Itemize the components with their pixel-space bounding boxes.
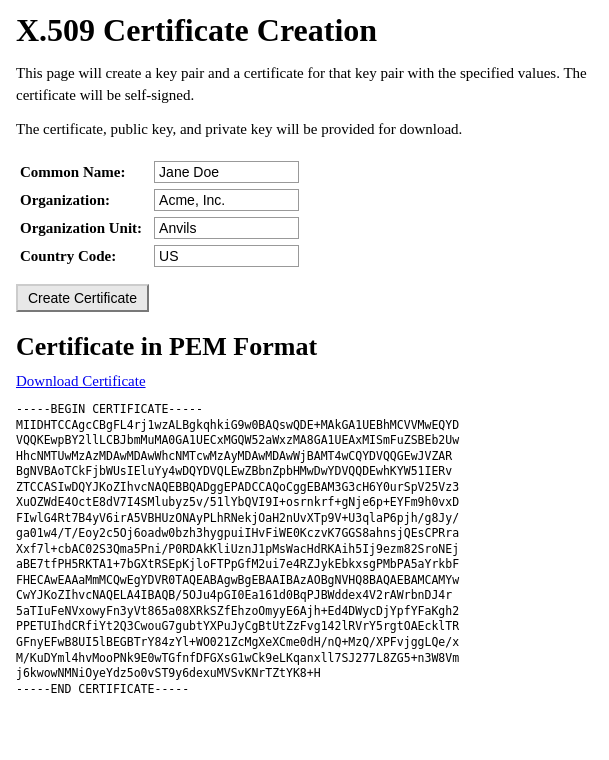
download-certificate-link[interactable]: Download Certificate (16, 373, 146, 390)
country-code-row: Country Code: (16, 242, 303, 270)
country-code-field-cell (150, 242, 303, 270)
page-title: X.509 Certificate Creation (16, 12, 593, 49)
org-unit-field-cell (150, 214, 303, 242)
common-name-input[interactable] (154, 161, 299, 183)
organization-input[interactable] (154, 189, 299, 211)
certificate-form: Common Name: Organization: Organization … (16, 158, 303, 270)
certificate-pem-text: -----BEGIN CERTIFICATE----- MIIDHTCCAgcC… (16, 402, 593, 697)
create-certificate-button[interactable]: Create Certificate (16, 284, 149, 312)
intro-paragraph-1: This page will create a key pair and a c… (16, 63, 593, 107)
intro-paragraph-2: The certificate, public key, and private… (16, 119, 593, 141)
common-name-field-cell (150, 158, 303, 186)
org-unit-input[interactable] (154, 217, 299, 239)
common-name-label: Common Name: (16, 158, 150, 186)
organization-label: Organization: (16, 186, 150, 214)
org-unit-row: Organization Unit: (16, 214, 303, 242)
cert-section-heading: Certificate in PEM Format (16, 332, 593, 362)
country-code-input[interactable] (154, 245, 299, 267)
common-name-row: Common Name: (16, 158, 303, 186)
organization-field-cell (150, 186, 303, 214)
organization-row: Organization: (16, 186, 303, 214)
org-unit-label: Organization Unit: (16, 214, 150, 242)
country-code-label: Country Code: (16, 242, 150, 270)
